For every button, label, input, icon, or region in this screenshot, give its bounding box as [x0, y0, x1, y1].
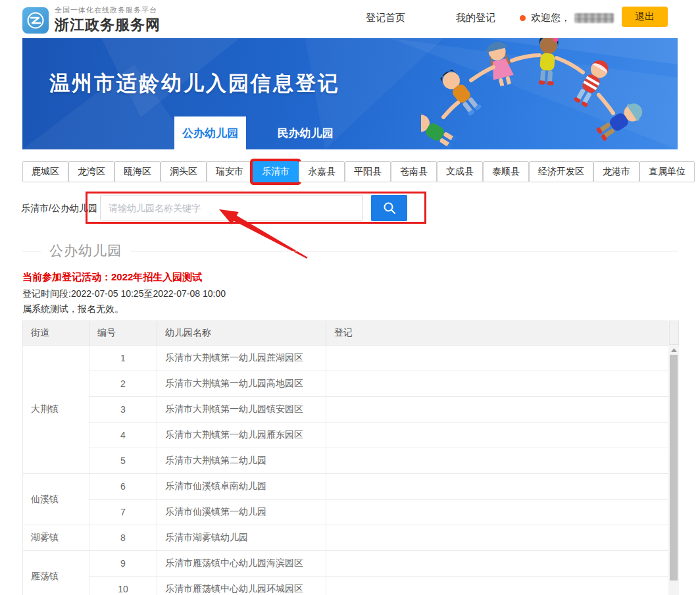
zhejiang-gov-logo-icon: [22, 7, 49, 34]
district-button-经济开发区[interactable]: 经济开发区: [529, 161, 593, 182]
cell-register: [326, 371, 668, 397]
table-row: 4乐清市大荆镇第一幼儿园雁东园区: [23, 423, 668, 448]
cell-register: [326, 525, 668, 551]
top-header: 全国一体化在线政务服务平台 浙江政务服务网 登记首页 我的登记 欢迎您， 退出: [0, 0, 700, 37]
district-button-鹿城区[interactable]: 鹿城区: [22, 161, 68, 182]
district-button-文成县[interactable]: 文成县: [437, 161, 483, 182]
cell-kindergarten-name: 乐清市大荆镇第一幼儿园高地园区: [157, 371, 326, 397]
district-button-乐清市[interactable]: 乐清市: [253, 161, 299, 182]
cell-kindergarten-name: 乐清市仙溪镇卓南幼儿园: [157, 474, 326, 500]
table-row: 湖雾镇8乐清市湖雾镇幼儿园: [23, 525, 668, 551]
cell-kindergarten-name: 乐清市仙溪镇第一幼儿园: [157, 500, 326, 525]
cell-street: 仙溪镇: [23, 474, 89, 525]
cell-kindergarten-name: 乐清市大荆镇第二幼儿园: [157, 448, 326, 474]
notice-current-activity: 当前参加登记活动：2022年招生入园测试: [22, 271, 202, 284]
kindergarten-table: 街道 编号 幼儿园名称 登记 大荆镇1乐清市大荆镇第一幼儿园蔗湖园区2乐清市大荆…: [22, 321, 668, 595]
table-header-row: 街道 编号 幼儿园名称 登记: [23, 321, 668, 346]
notice-system-test: 属系统测试，报名无效。: [22, 303, 124, 315]
district-button-平阳县[interactable]: 平阳县: [345, 161, 391, 182]
cell-number: 9: [89, 551, 157, 577]
district-button-直属单位[interactable]: 直属单位: [639, 161, 695, 182]
search-scope-label: 乐清市/公办幼儿园: [21, 203, 97, 215]
cell-number: 2: [89, 371, 157, 397]
notice-registration-period: 登记时间段:2022-07-05 10:25至2022-07-08 10:00: [22, 288, 226, 300]
col-header-name: 幼儿园名称: [157, 321, 326, 346]
cell-number: 1: [89, 346, 157, 371]
cell-number: 8: [89, 525, 157, 551]
section-line: [131, 251, 678, 251]
cell-register: [326, 423, 668, 448]
table-row: 3乐清市大荆镇第一幼儿园镇安园区: [23, 397, 668, 423]
nav-my-registration[interactable]: 我的登记: [456, 12, 495, 24]
section-title-row: 公办幼儿园: [22, 242, 678, 259]
header-strip: [669, 321, 679, 345]
table-row: 大荆镇1乐清市大荆镇第一幼儿园蔗湖园区: [23, 346, 668, 371]
section-title: 公办幼儿园: [49, 242, 122, 260]
site-name: 浙江政务服务网: [55, 15, 161, 35]
logo-text: 全国一体化在线政务服务平台 浙江政务服务网: [55, 5, 161, 35]
welcome-text: 欢迎您，: [531, 12, 570, 24]
cell-register: [326, 448, 668, 474]
cell-street: 大荆镇: [23, 346, 89, 474]
cell-street: 湖雾镇: [23, 525, 89, 551]
col-header-number: 编号: [89, 321, 157, 346]
scrollbar-thumb[interactable]: [670, 355, 678, 581]
site-logo[interactable]: 全国一体化在线政务服务平台 浙江政务服务网: [22, 5, 161, 35]
banner: 温州市适龄幼儿入园信息登记 公办幼儿园 民办幼儿园: [22, 38, 678, 149]
col-header-register: 登记: [326, 321, 668, 346]
logout-button[interactable]: 退出: [622, 7, 668, 27]
cell-register: [326, 346, 668, 371]
cell-number: 10: [89, 577, 157, 595]
cell-number: 4: [89, 423, 157, 448]
nav-register-home[interactable]: 登记首页: [366, 12, 405, 24]
status-dot-icon: [520, 15, 526, 21]
district-button-瑞安市[interactable]: 瑞安市: [207, 161, 253, 182]
kindergarten-search-input[interactable]: [100, 195, 363, 220]
cell-street: 雁荡镇: [23, 551, 89, 595]
cell-register: [326, 577, 668, 595]
cell-number: 6: [89, 474, 157, 500]
district-button-龙港市[interactable]: 龙港市: [593, 161, 639, 182]
col-header-street: 街道: [23, 321, 89, 346]
cell-register: [326, 551, 668, 577]
cell-kindergarten-name: 乐清市雁荡镇中心幼儿园环城园区: [157, 577, 326, 595]
cell-number: 5: [89, 448, 157, 474]
tab-public-kindergarten[interactable]: 公办幼儿园: [174, 116, 246, 149]
banner-title: 温州市适龄幼儿入园信息登记: [49, 70, 340, 97]
search-icon: [382, 201, 397, 215]
welcome-area: 欢迎您，: [520, 12, 614, 24]
table-row: 5乐清市大荆镇第二幼儿园: [23, 448, 668, 474]
cell-register: [326, 474, 668, 500]
search-button[interactable]: [371, 195, 407, 221]
page: 全国一体化在线政务服务平台 浙江政务服务网 登记首页 我的登记 欢迎您， 退出: [0, 0, 700, 595]
children-illustration: [421, 38, 678, 149]
district-button-永嘉县[interactable]: 永嘉县: [299, 161, 345, 182]
cell-number: 7: [89, 500, 157, 525]
cell-kindergarten-name: 乐清市湖雾镇幼儿园: [157, 525, 326, 551]
cell-kindergarten-name: 乐清市雁荡镇中心幼儿园海滨园区: [157, 551, 326, 577]
table-row: 雁荡镇9乐清市雁荡镇中心幼儿园海滨园区: [23, 551, 668, 577]
cell-register: [326, 397, 668, 423]
username-masked: [574, 13, 614, 23]
district-button-洞头区[interactable]: 洞头区: [161, 161, 207, 182]
section-line: [22, 251, 41, 251]
cell-register: [326, 500, 668, 525]
platform-name: 全国一体化在线政务服务平台: [55, 5, 161, 15]
banner-tabs: 公办幼儿园 民办幼儿园: [174, 116, 345, 149]
district-button-龙湾区[interactable]: 龙湾区: [68, 161, 114, 182]
table-row: 2乐清市大荆镇第一幼儿园高地园区: [23, 371, 668, 397]
district-bar: 鹿城区龙湾区瓯海区洞头区瑞安市乐清市永嘉县平阳县苍南县文成县泰顺县经济开发区龙港…: [22, 161, 668, 182]
tab-private-kindergarten[interactable]: 民办幼儿园: [266, 116, 345, 149]
scrollbar-up-button[interactable]: [669, 346, 679, 354]
table-scrollbar[interactable]: [669, 345, 679, 595]
table-row: 7乐清市仙溪镇第一幼儿园: [23, 500, 668, 525]
cell-kindergarten-name: 乐清市大荆镇第一幼儿园雁东园区: [157, 423, 326, 448]
cell-number: 3: [89, 397, 157, 423]
cell-kindergarten-name: 乐清市大荆镇第一幼儿园镇安园区: [157, 397, 326, 423]
table-row: 仙溪镇6乐清市仙溪镇卓南幼儿园: [23, 474, 668, 500]
district-button-瓯海区[interactable]: 瓯海区: [114, 161, 161, 182]
district-button-苍南县[interactable]: 苍南县: [391, 161, 437, 182]
table-row: 10乐清市雁荡镇中心幼儿园环城园区: [23, 577, 668, 595]
cell-kindergarten-name: 乐清市大荆镇第一幼儿园蔗湖园区: [157, 346, 326, 371]
district-button-泰顺县[interactable]: 泰顺县: [483, 161, 529, 182]
